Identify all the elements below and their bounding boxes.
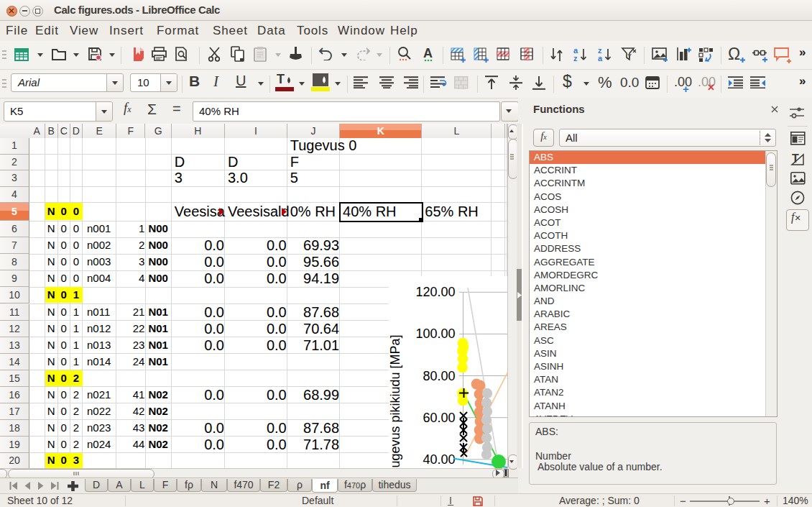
svg-text:80.00: 80.00	[423, 369, 455, 383]
svg-text:Ω: Ω	[728, 46, 740, 63]
svg-text:40.00: 40.00	[423, 452, 455, 467]
svg-text:120.00: 120.00	[415, 285, 455, 299]
svg-text:ugevus pikikiudu [MPa]: ugevus pikikiudu [MPa]	[389, 334, 402, 467]
svg-text:Y: Y	[627, 52, 632, 60]
svg-text:60.00: 60.00	[423, 411, 455, 425]
svg-text:a: a	[598, 54, 603, 63]
svg-text:z: z	[573, 54, 578, 63]
svg-text:100.00: 100.00	[415, 326, 455, 341]
svg-text:T: T	[792, 152, 799, 165]
